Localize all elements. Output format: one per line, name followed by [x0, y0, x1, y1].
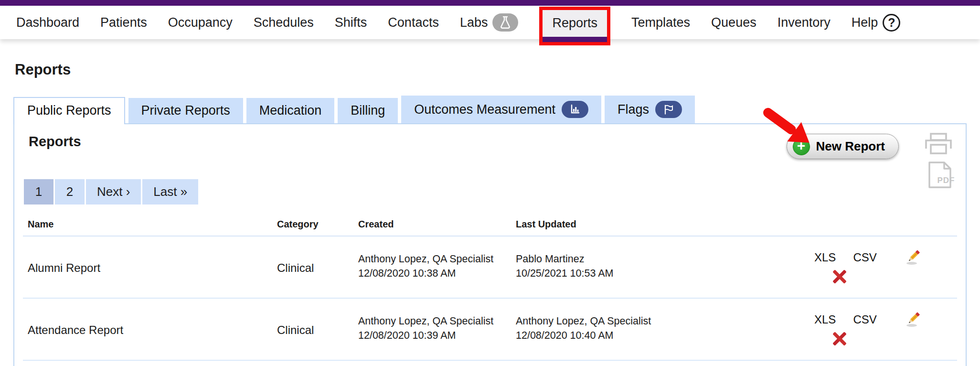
- updated-by: Anthony Lopez, QA Specialist: [516, 314, 814, 328]
- tab-flags[interactable]: Flags: [605, 96, 695, 123]
- tab-billing[interactable]: Billing: [338, 98, 398, 123]
- updated-at: 12/08/2020 10:40 AM: [516, 328, 814, 343]
- nav-label: Schedules: [254, 15, 314, 30]
- nav-label: Queues: [711, 15, 756, 30]
- report-tabs: Public Reports Private Reports Medicatio…: [13, 96, 967, 123]
- flag-icon: [655, 101, 682, 118]
- nav-label: Contacts: [388, 15, 439, 30]
- tab-private-reports[interactable]: Private Reports: [128, 98, 243, 123]
- report-category: Clinical: [277, 261, 358, 275]
- pagination-page-2[interactable]: 2: [55, 179, 85, 205]
- nav-item-reports[interactable]: Reports: [539, 7, 610, 45]
- nav-item-occupancy[interactable]: Occupancy: [168, 15, 233, 30]
- created-at: 12/08/2020 10:38 AM: [358, 266, 516, 280]
- created-at: 12/08/2020 10:39 AM: [358, 328, 516, 343]
- nav-item-shifts[interactable]: Shifts: [335, 15, 367, 30]
- top-accent-bar: [0, 0, 980, 6]
- tab-label: Outcomes Measurement: [414, 102, 555, 117]
- pencil-icon: [905, 311, 922, 328]
- report-name[interactable]: Alumni Report: [28, 261, 277, 275]
- active-nav-underline: [543, 37, 607, 42]
- nav-label: Templates: [631, 15, 690, 30]
- export-csv-link[interactable]: CSV: [853, 313, 876, 326]
- tab-medication[interactable]: Medication: [246, 98, 335, 123]
- column-header-created: Created: [358, 219, 516, 230]
- bar-chart-icon: [562, 101, 588, 118]
- report-last-updated: Pablo Martinez 10/25/2021 10:53 AM: [516, 252, 814, 284]
- export-csv-link[interactable]: CSV: [853, 251, 876, 264]
- edit-report-button[interactable]: [905, 311, 922, 328]
- nav-item-labs[interactable]: Labs: [460, 13, 519, 32]
- tab-outcomes-measurement[interactable]: Outcomes Measurement: [401, 96, 601, 123]
- nav-label: Patients: [100, 15, 147, 30]
- print-button[interactable]: [925, 133, 952, 155]
- pagination-last[interactable]: Last »: [142, 179, 198, 205]
- nav-label: Labs: [460, 15, 488, 30]
- new-report-button[interactable]: + New Report: [787, 134, 899, 159]
- updated-by: Pablo Martinez: [516, 252, 814, 266]
- plus-icon: +: [793, 138, 810, 155]
- nav-item-patients[interactable]: Patients: [100, 15, 147, 30]
- delete-report-button[interactable]: [831, 331, 848, 346]
- updated-at: 10/25/2021 10:53 AM: [516, 266, 814, 280]
- pagination-next[interactable]: Next ›: [86, 179, 141, 205]
- flask-icon: [492, 13, 518, 32]
- pdf-icon-label: PDF: [937, 176, 955, 185]
- nav-label: Occupancy: [168, 15, 233, 30]
- column-header-last-updated: Last Updated: [516, 219, 814, 230]
- table-row: Attendance Report Clinical Anthony Lopez…: [23, 299, 957, 361]
- page-title: Reports: [15, 61, 967, 78]
- printer-icon: [925, 133, 952, 155]
- created-by: Anthony Lopez, QA Specialist: [358, 314, 516, 328]
- tab-label: Medication: [259, 103, 322, 118]
- tab-label: Public Reports: [27, 103, 111, 118]
- nav-label: Shifts: [335, 15, 367, 30]
- report-name[interactable]: Attendance Report: [28, 323, 277, 337]
- delete-report-button[interactable]: [831, 269, 848, 284]
- nav-item-dashboard[interactable]: Dashboard: [16, 15, 79, 30]
- red-x-icon: [831, 269, 848, 284]
- report-last-updated: Anthony Lopez, QA Specialist 12/08/2020 …: [516, 314, 814, 346]
- question-mark-icon: ?: [883, 14, 900, 32]
- tab-public-reports[interactable]: Public Reports: [13, 97, 125, 124]
- created-by: Anthony Lopez, QA Specialist: [358, 252, 516, 266]
- pdf-button[interactable]: PDF: [927, 161, 952, 188]
- main-navbar: Dashboard Patients Occupancy Schedules S…: [0, 6, 980, 39]
- report-created: Anthony Lopez, QA Specialist 12/08/2020 …: [358, 314, 516, 346]
- nav-item-inventory[interactable]: Inventory: [778, 15, 831, 30]
- reports-panel: Reports + New Report: [13, 123, 967, 366]
- nav-label: Reports: [552, 16, 597, 31]
- export-xls-link[interactable]: XLS: [814, 313, 836, 326]
- nav-item-help[interactable]: Help ?: [852, 14, 901, 32]
- row-actions: XLS CSV: [814, 249, 957, 284]
- nav-item-queues[interactable]: Queues: [711, 15, 756, 30]
- nav-item-schedules[interactable]: Schedules: [254, 15, 314, 30]
- red-x-icon: [831, 331, 848, 346]
- new-report-label: New Report: [816, 139, 885, 154]
- nav-label: Dashboard: [16, 15, 79, 30]
- nav-item-templates[interactable]: Templates: [631, 15, 690, 30]
- report-created: Anthony Lopez, QA Specialist 12/08/2020 …: [358, 252, 516, 284]
- tab-label: Billing: [351, 103, 385, 118]
- page-content: Reports Public Reports Private Reports M…: [0, 61, 980, 366]
- pagination-page-1[interactable]: 1: [24, 179, 53, 205]
- table-row: Alumni Report Clinical Anthony Lopez, QA…: [23, 237, 957, 299]
- tab-label: Private Reports: [141, 103, 230, 118]
- nav-item-contacts[interactable]: Contacts: [388, 15, 439, 30]
- tab-label: Flags: [618, 102, 649, 117]
- column-header-actions: [814, 219, 957, 230]
- column-header-name: Name: [28, 219, 277, 230]
- pencil-icon: [905, 249, 922, 266]
- pagination: 1 2 Next › Last »: [24, 179, 961, 205]
- nav-label: Help: [852, 15, 878, 30]
- report-category: Clinical: [277, 323, 358, 337]
- reports-table: Name Category Created Last Updated Alumn…: [23, 219, 957, 361]
- row-actions: XLS CSV: [814, 311, 957, 346]
- table-header-row: Name Category Created Last Updated: [23, 219, 957, 237]
- column-header-category: Category: [277, 219, 358, 230]
- edit-report-button[interactable]: [905, 249, 922, 266]
- export-xls-link[interactable]: XLS: [814, 251, 836, 264]
- nav-label: Inventory: [778, 15, 831, 30]
